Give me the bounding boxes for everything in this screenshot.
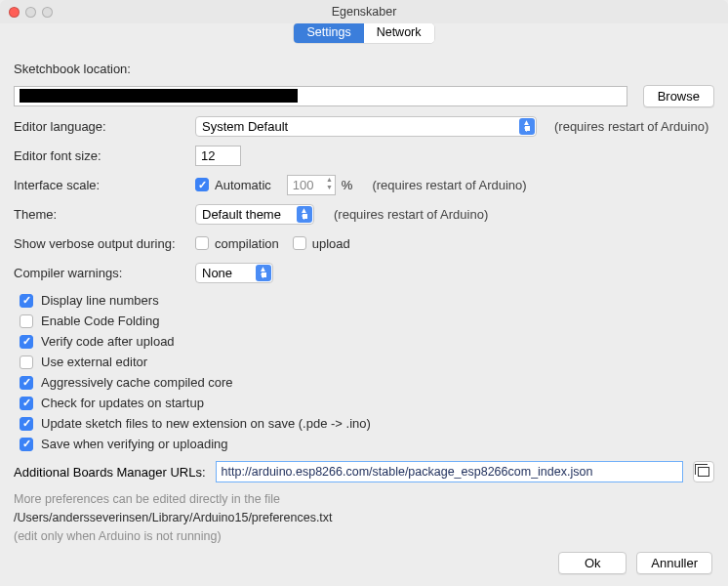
- verbose-compilation-label: compilation: [215, 236, 279, 251]
- opt-line-numbers-checkbox[interactable]: [20, 294, 33, 308]
- expand-window-icon: [698, 467, 709, 477]
- warnings-label: Compiler warnings:: [14, 266, 189, 280]
- theme-hint: (requires restart of Arduino): [334, 207, 488, 222]
- theme-label: Theme:: [14, 207, 189, 222]
- fontsize-input[interactable]: [195, 146, 241, 166]
- ok-button[interactable]: Ok: [558, 552, 627, 574]
- sketchbook-label: Sketchbook location:: [14, 62, 131, 76]
- language-label: Editor language:: [14, 119, 189, 134]
- traffic-lights: [0, 7, 53, 18]
- language-hint: (requires restart of Arduino): [554, 119, 708, 134]
- close-window-icon[interactable]: [9, 7, 20, 18]
- opt-check-updates-checkbox[interactable]: [20, 397, 33, 410]
- boards-url-label: Additional Boards Manager URLs:: [14, 465, 206, 480]
- note-line2: /Users/andersseverinsen/Library/Arduino1…: [14, 509, 714, 527]
- opt-save-verify-checkbox[interactable]: [20, 438, 33, 451]
- language-select[interactable]: System Default: [195, 116, 537, 137]
- minimize-window-icon: [25, 7, 36, 18]
- cancel-button[interactable]: Annuller: [636, 552, 712, 574]
- preferences-window: Egenskaber Settings Network Sketchbook l…: [0, 0, 728, 586]
- opt-cache-core-label: Aggressively cache compiled core: [41, 375, 233, 390]
- titlebar: Egenskaber: [0, 0, 728, 23]
- boards-url-input[interactable]: [216, 461, 683, 482]
- warnings-select[interactable]: None: [195, 263, 273, 283]
- window-title: Egenskaber: [0, 5, 728, 19]
- boards-url-expand-button[interactable]: [693, 461, 714, 482]
- opt-verify-upload-label: Verify code after upload: [41, 334, 175, 349]
- footer-note: More preferences can be edited directly …: [14, 490, 714, 546]
- opt-external-editor-label: Use external editor: [41, 355, 147, 369]
- opt-verify-upload-checkbox[interactable]: [20, 335, 33, 349]
- opt-update-ext-checkbox[interactable]: [20, 417, 33, 431]
- scale-auto-checkbox[interactable]: [195, 178, 209, 191]
- zoom-window-icon: [42, 7, 53, 18]
- verbose-upload-checkbox[interactable]: [293, 236, 306, 250]
- opt-update-ext-label: Update sketch files to new extension on …: [41, 416, 371, 431]
- scale-auto-label: Automatic: [215, 178, 271, 192]
- browse-button[interactable]: Browse: [643, 85, 714, 107]
- note-line3: (edit only when Arduino is not running): [14, 527, 714, 546]
- note-line1: More preferences can be edited directly …: [14, 490, 714, 509]
- fontsize-label: Editor font size:: [14, 148, 189, 163]
- opt-check-updates-label: Check for updates on startup: [41, 396, 204, 410]
- content-area: Sketchbook location: Browse Editor langu…: [0, 46, 728, 556]
- verbose-upload-label: upload: [312, 236, 350, 251]
- scale-unit: %: [342, 178, 353, 192]
- scale-hint: (requires restart of Arduino): [372, 178, 526, 192]
- tab-settings[interactable]: Settings: [294, 23, 363, 43]
- redacted-path: [20, 89, 298, 103]
- verbose-label: Show verbose output during:: [14, 236, 189, 251]
- theme-select[interactable]: Default theme: [195, 204, 314, 225]
- scale-label: Interface scale:: [14, 178, 189, 192]
- tab-bar: Settings Network: [0, 23, 728, 46]
- opt-cache-core-checkbox[interactable]: [20, 376, 33, 390]
- opt-code-folding-label: Enable Code Folding: [41, 314, 159, 328]
- opt-save-verify-label: Save when verifying or uploading: [41, 437, 228, 451]
- verbose-compilation-checkbox[interactable]: [195, 236, 209, 250]
- tab-network[interactable]: Network: [364, 23, 434, 43]
- dialog-buttons: Ok Annuller: [558, 552, 712, 574]
- opt-code-folding-checkbox[interactable]: [20, 314, 33, 328]
- opt-line-numbers-label: Display line numbers: [41, 293, 159, 308]
- opt-external-editor-checkbox[interactable]: [20, 356, 33, 369]
- sketchbook-path-input[interactable]: [14, 86, 627, 106]
